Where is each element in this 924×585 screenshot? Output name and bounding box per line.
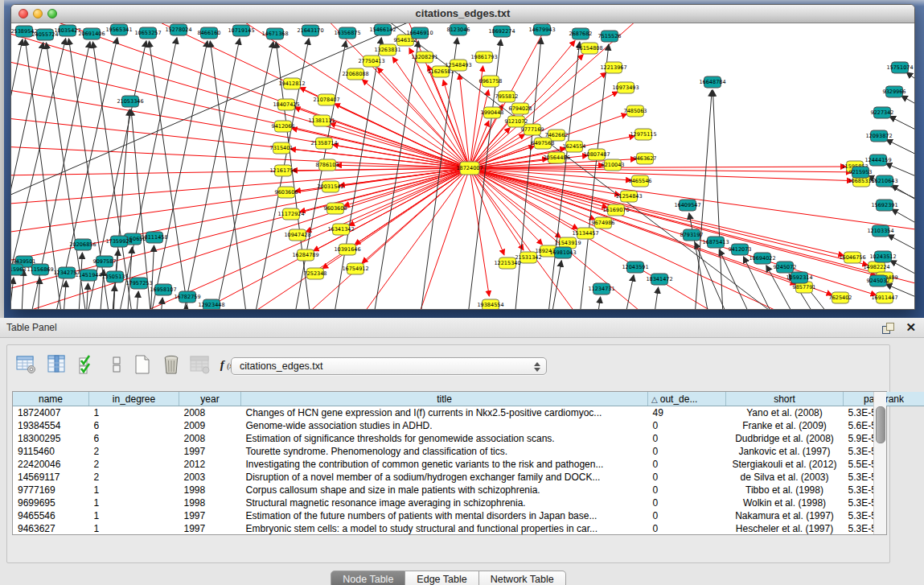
graph-node[interactable]: 16154808 [576,43,602,54]
table-cell[interactable]: 2 [89,471,179,484]
graph-hub-node[interactable]: 18724007 [456,162,483,175]
graph-node[interactable]: 16911447 [871,292,897,303]
graph-node[interactable]: 8786103 [316,159,339,171]
table-selector-dropdown[interactable]: citations_edges.txt [231,357,547,375]
table-cell[interactable]: 0 [648,509,726,522]
graph-node[interactable]: 16341342 [327,224,354,235]
graph-node[interactable]: 9603606 [275,187,298,198]
graph-node[interactable]: 9777169 [521,124,544,135]
table-cell[interactable]: 19384554 [13,419,89,432]
table-cell[interactable]: Jankovic et al. (1997) [726,445,844,458]
table-cell[interactable]: 1 [89,522,179,535]
tab-edge-table[interactable]: Edge Table [405,571,478,585]
table-cell[interactable]: 49 [648,406,726,420]
table-cell[interactable]: 0 [648,432,726,445]
graph-node[interactable]: 7955812 [495,91,519,102]
table-cell[interactable]: Nakamura et al. (1997) [726,509,844,522]
table-cell[interactable]: 1 [89,406,179,420]
graph-node[interactable]: 7252348 [304,268,327,279]
table-cell[interactable]: 18724007 [13,406,89,420]
table-cell[interactable]: Investigating the contribution of common… [241,458,648,471]
table-cell[interactable]: 1 [89,496,179,509]
table-row[interactable]: 969969511998Structural magnetic resonanc… [13,496,924,509]
graph-node[interactable]: 27750413 [358,56,384,67]
graph-node[interactable]: 10653257 [134,27,161,39]
table-cell[interactable]: 1997 [179,445,241,458]
column-header-short[interactable]: short [726,392,844,406]
table-row[interactable]: 977716911998Corpus callosum shape and si… [13,484,924,496]
graph-node[interactable]: 19861793 [470,51,497,63]
graph-node[interactable]: 9463627 [634,153,657,164]
graph-node[interactable]: 22068088 [342,68,368,80]
table-cell[interactable]: 6 [89,419,179,432]
graph-node[interactable]: 7315401 [270,142,294,154]
graph-node[interactable]: 16648784 [699,76,725,88]
graph-node[interactable]: 19565341 [105,24,132,35]
table-cell[interactable]: Tourette syndrome. Phenomenology and cla… [241,445,648,458]
graph-node[interactable]: 6497568 [532,138,555,149]
graph-node[interactable]: 7515526 [598,31,622,42]
network-graph-canvas[interactable]: 1615480812213967109734937485063129751159… [11,23,914,309]
table-cell[interactable]: de Silva et al. (2003) [726,471,844,484]
graph-node[interactable]: 9097587 [93,256,117,267]
close-icon[interactable]: ✕ [906,320,916,335]
graph-node[interactable]: 16754912 [342,263,368,274]
graph-node[interactable]: 12093872 [865,130,892,142]
graph-node[interactable]: 11381111 [308,115,335,126]
table-cell[interactable]: Wolkin et al. (1998) [726,496,844,509]
table-cell[interactable]: 2 [89,458,179,471]
graph-node[interactable]: 18692274 [488,26,515,37]
graph-node[interactable]: 6210043 [602,159,625,171]
graph-node[interactable]: 7625402 [829,292,852,303]
table-cell[interactable]: 2003 [179,471,241,484]
table-row[interactable]: 946554611997Estimation of the future num… [13,509,924,522]
graph-node[interactable]: 2687682 [569,28,593,39]
graph-node[interactable]: 9245072 [774,262,797,273]
graph-node[interactable]: 16046756 [839,252,865,263]
table-cell[interactable]: 1998 [179,484,241,496]
table-row[interactable]: 1456911722003Disruption of a novel membe… [13,471,924,484]
table-cell[interactable]: 0 [648,419,726,432]
table-cell[interactable]: 2012 [179,458,241,471]
graph-node[interactable]: 16284789 [292,249,318,261]
graph-node[interactable]: 10807487 [583,149,610,160]
graph-node[interactable]: 12043591 [622,262,648,273]
graph-node[interactable]: 9215953 [849,167,873,178]
graph-node[interactable]: 15278024 [165,24,191,35]
table-cell[interactable]: 1998 [179,496,241,509]
table-cell[interactable]: 9115460 [13,445,89,458]
table-cell[interactable]: Disruption of a novel member of a sodium… [241,471,648,484]
table-cell[interactable]: Genome-wide association studies in ADHD. [241,419,648,432]
graph-node[interactable]: 9329966 [883,86,906,97]
graph-node[interactable]: 15134457 [572,228,598,239]
table-cell[interactable]: 0 [648,484,726,496]
scrollbar-thumb[interactable] [876,406,885,443]
table-row[interactable]: 911546021997Tourette syndrome. Phenomeno… [13,445,924,458]
table-cell[interactable]: Dudbridge et al. (2008) [726,432,844,445]
new-file-icon[interactable] [131,353,154,376]
graph-node[interactable]: 9227342 [871,107,894,118]
table-cell[interactable]: 9465546 [13,509,89,522]
graph-node[interactable]: 15692391 [871,200,897,211]
graph-node[interactable]: 16958107 [150,284,176,295]
graph-node[interactable]: 9245032 [867,275,890,286]
graph-node[interactable]: 14671368 [261,28,288,39]
graph-node[interactable]: 7485063 [624,105,647,117]
graph-node[interactable]: 8793197 [680,229,704,241]
graph-node[interactable]: 12213967 [600,62,626,73]
graph-node[interactable]: 16782759 [174,291,200,303]
graph-node[interactable]: 21358714 [310,138,337,149]
table-cell[interactable]: Estimation of the future numbers of pati… [241,509,648,522]
table-cell[interactable]: 0 [648,471,726,484]
graph-node[interactable]: 12103354 [867,225,893,237]
tab-node-table[interactable]: Node Table [331,571,405,585]
delete-table-icon[interactable] [160,353,183,376]
table-cell[interactable]: 1997 [179,509,241,522]
graph-node[interactable]: 1990448 [481,107,504,118]
show-column-icon[interactable] [46,353,68,376]
graph-node[interactable]: 12923448 [198,299,224,309]
table-cell[interactable]: Tibbo et al. (1998) [726,484,844,496]
table-cell[interactable]: Corpus callosum shape and size in male p… [241,484,648,496]
table-cell[interactable]: 0 [648,458,726,471]
table-cell[interactable]: 9463627 [13,522,89,535]
